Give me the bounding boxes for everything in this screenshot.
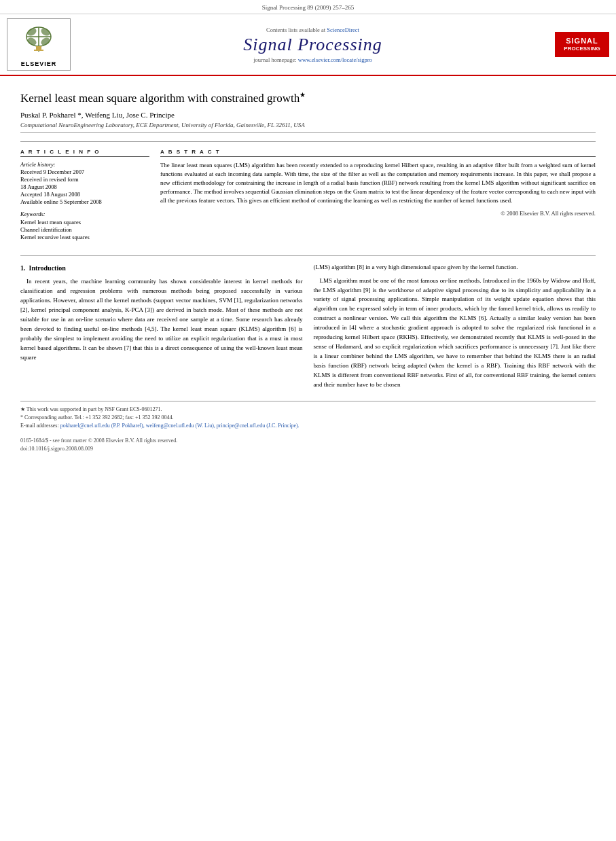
contents-text: Contents lists available at bbox=[266, 26, 325, 33]
homepage-url[interactable]: www.elsevier.com/locate/sigpro bbox=[298, 56, 372, 63]
footer-issn: 0165-1684/$ - see front matter © 2008 El… bbox=[20, 437, 596, 445]
keyword-3: Kernel recursive least squares bbox=[20, 234, 149, 240]
article-meta-section: A R T I C L E I N F O Article history: R… bbox=[20, 141, 596, 246]
elsevier-logo-box: ELSEVIER bbox=[7, 18, 71, 71]
intro-para-1: In recent years, the machine learning co… bbox=[20, 277, 303, 362]
footnote-section: ★ This work was supported in part by NSF… bbox=[20, 401, 596, 430]
title-star: ★ bbox=[300, 91, 306, 99]
received1: Received 9 December 2007 bbox=[20, 168, 149, 175]
section-title: Introduction bbox=[29, 264, 66, 272]
journal-ref-text: Signal Processing 89 (2009) 257–265 bbox=[262, 4, 355, 11]
keywords-group: Keywords: Kernel least mean squares Chan… bbox=[20, 211, 149, 240]
abstract-col: A B S T R A C T The linear least mean sq… bbox=[160, 149, 596, 246]
intro-para-col2-1: (LMS) algorithm [8] in a very high dimen… bbox=[314, 263, 596, 272]
article-title: Kernel least mean square algorithm with … bbox=[20, 91, 596, 105]
journal-homepage-line: journal homepage: www.elsevier.com/locat… bbox=[77, 56, 548, 63]
contents-available-line: Contents lists available at ScienceDirec… bbox=[77, 26, 548, 33]
page-footer: 0165-1684/$ - see front matter © 2008 El… bbox=[20, 437, 596, 453]
journal-reference: Signal Processing 89 (2009) 257–265 bbox=[0, 0, 616, 14]
elsevier-logo-image bbox=[12, 22, 66, 59]
journal-badge: SIGNAL PROCESSING bbox=[555, 32, 609, 57]
abstract-paragraph: The linear least mean squares (LMS) algo… bbox=[160, 161, 596, 206]
section-num: 1. bbox=[20, 264, 26, 272]
email-link[interactable]: pokharel@cnel.ufl.edu (P.P. Pokharel), w… bbox=[60, 423, 300, 429]
journal-title: Signal Processing bbox=[77, 35, 548, 55]
keyword-2: Channel identification bbox=[20, 226, 149, 233]
homepage-label: journal homepage: bbox=[253, 56, 297, 63]
accepted: Accepted 18 August 2008 bbox=[20, 191, 149, 198]
received2: Received in revised form bbox=[20, 176, 149, 183]
keywords-label: Keywords: bbox=[20, 211, 149, 217]
article-info-label: A R T I C L E I N F O bbox=[20, 149, 149, 157]
sciencedirect-link[interactable]: ScienceDirect bbox=[327, 26, 359, 33]
article-history: Article history: Received 9 December 200… bbox=[20, 161, 149, 205]
intro-heading: 1. Introduction bbox=[20, 263, 303, 274]
body-section: 1. Introduction In recent years, the mac… bbox=[20, 255, 596, 453]
article-info-col: A R T I C L E I N F O Article history: R… bbox=[20, 149, 149, 246]
footnote-email: E-mail addresses: pokharel@cnel.ufl.edu … bbox=[20, 422, 596, 430]
footnote-corresponding: * Corresponding author. Tel.: +1 352 392… bbox=[20, 414, 596, 422]
received2b: 18 August 2008 bbox=[20, 183, 149, 190]
footnote-star: ★ This work was supported in part by NSF… bbox=[20, 406, 596, 414]
journal-banner: ELSEVIER Contents lists available at Sci… bbox=[0, 14, 616, 76]
keyword-1: Kernel least mean squares bbox=[20, 219, 149, 226]
journal-center-info: Contents lists available at ScienceDirec… bbox=[77, 26, 548, 63]
svg-rect-9 bbox=[34, 50, 43, 51]
elsevier-label: ELSEVIER bbox=[21, 60, 57, 67]
badge-line1: SIGNAL bbox=[560, 36, 604, 46]
copyright-line: © 2008 Elsevier B.V. All rights reserved… bbox=[160, 210, 596, 217]
title-text: Kernel least mean square algorithm with … bbox=[20, 92, 300, 105]
article-authors: Puskal P. Pokharel *, Weifeng Liu, Jose … bbox=[20, 111, 596, 119]
article-affiliation: Computational NeuroEngineering Laborator… bbox=[20, 122, 596, 128]
body-col-left: 1. Introduction In recent years, the mac… bbox=[20, 263, 303, 394]
svg-rect-8 bbox=[36, 46, 41, 50]
body-col-right: (LMS) algorithm [8] in a very high dimen… bbox=[314, 263, 596, 394]
history-label: Article history: bbox=[20, 161, 149, 168]
intro-para-col2-2: LMS algorithm must be one of the most fa… bbox=[314, 276, 596, 390]
badge-line2: PROCESSING bbox=[560, 46, 604, 52]
main-content: Kernel least mean square algorithm with … bbox=[0, 76, 616, 467]
body-two-col: 1. Introduction In recent years, the mac… bbox=[20, 263, 596, 394]
article-title-section: Kernel least mean square algorithm with … bbox=[20, 83, 596, 133]
abstract-label: A B S T R A C T bbox=[160, 149, 596, 157]
available-online: Available online 5 September 2008 bbox=[20, 198, 149, 205]
abstract-text: The linear least mean squares (LMS) algo… bbox=[160, 161, 596, 206]
footer-doi: doi:10.1016/j.sigpro.2008.08.009 bbox=[20, 445, 596, 453]
email-label: E-mail addresses: bbox=[20, 423, 59, 429]
